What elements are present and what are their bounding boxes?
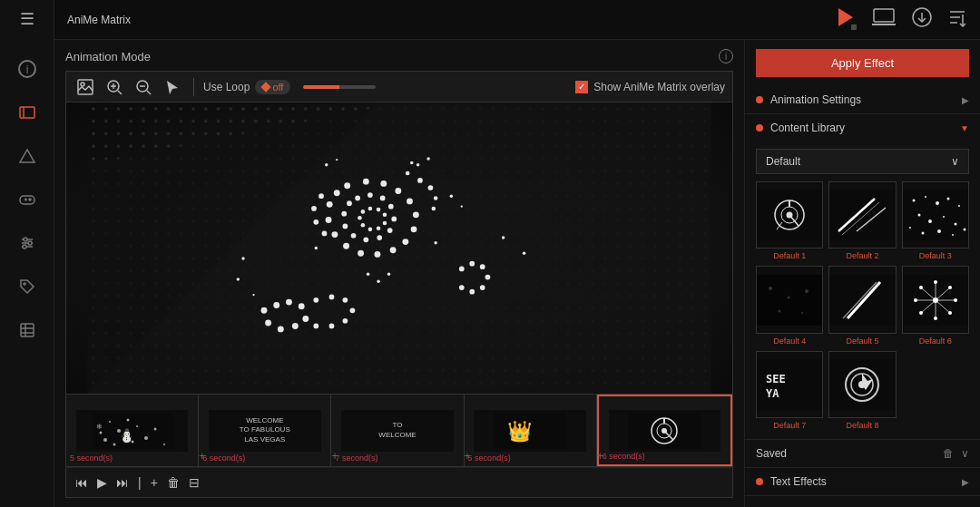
sidebar-item-triangle[interactable]: [11, 140, 44, 172]
zoom-out-button[interactable]: [132, 77, 155, 97]
svg-point-99: [273, 302, 279, 308]
sidebar-item-info[interactable]: i: [11, 53, 44, 85]
svg-rect-154: [829, 190, 895, 240]
svg-point-68: [343, 224, 348, 229]
svg-point-122: [523, 252, 525, 255]
svg-point-138: [109, 421, 111, 423]
header-device-icon[interactable]: [871, 7, 897, 32]
svg-point-59: [355, 196, 360, 201]
timeline-duration-3: 7 second(s): [335, 453, 377, 463]
svg-point-13: [28, 241, 32, 245]
svg-point-113: [459, 267, 465, 272]
svg-rect-21: [851, 24, 857, 30]
skip-forward-button[interactable]: ⏭: [116, 475, 129, 490]
show-overlay-control: ✓ Show AniMe Matrix overlay: [575, 81, 725, 93]
svg-point-191: [934, 280, 937, 284]
library-dropdown[interactable]: Default ∨: [756, 149, 969, 174]
settings-button[interactable]: ⊟: [189, 475, 200, 490]
svg-point-43: [344, 182, 350, 189]
header-tools-icon[interactable]: [947, 7, 967, 32]
delete-frame-button[interactable]: 🗑: [167, 475, 180, 490]
library-item-1[interactable]: Default 1: [756, 181, 823, 260]
timeline-thumb-1: ❄ ⛄: [76, 410, 188, 452]
svg-point-196: [919, 311, 923, 315]
svg-point-79: [358, 216, 362, 220]
svg-point-134: [136, 425, 138, 427]
svg-point-61: [380, 196, 386, 201]
timeline-item-5[interactable]: 6 second(s) +: [597, 395, 732, 466]
timeline-add-5[interactable]: +: [731, 448, 733, 461]
svg-point-126: [377, 279, 379, 282]
timeline-item-3[interactable]: TOWELCOME 7 second(s) +: [331, 395, 464, 466]
sidebar-item-anime[interactable]: [11, 96, 44, 129]
info-icon[interactable]: i: [719, 49, 733, 63]
svg-point-70: [347, 200, 352, 206]
svg-point-101: [299, 303, 305, 309]
svg-point-127: [387, 272, 390, 275]
svg-point-54: [343, 243, 349, 249]
svg-point-96: [315, 247, 318, 249]
animation-settings-header[interactable]: Animation Settings ▶: [745, 86, 980, 113]
svg-point-129: [103, 438, 107, 442]
text-effects-header[interactable]: Text Effects ▶: [745, 468, 980, 495]
library-item-6[interactable]: Default 6: [902, 266, 969, 345]
sidebar-item-settings[interactable]: [11, 227, 44, 259]
svg-point-131: [113, 443, 115, 445]
timeline-item-1[interactable]: ❄ ⛄ 5 second(s) +: [66, 395, 199, 466]
timeline-add-2[interactable]: +: [331, 450, 338, 463]
svg-point-48: [413, 211, 419, 218]
zoom-in-button[interactable]: [103, 77, 126, 97]
library-item-2[interactable]: Default 2: [828, 181, 896, 260]
content-library-section: Content Library ▼ Default ∨: [745, 114, 980, 468]
library-item-4[interactable]: Default 4: [756, 266, 823, 345]
svg-rect-173: [757, 275, 822, 326]
toggle-indicator: [261, 82, 271, 92]
playback-controls: ⏮ ▶ ⏭ | + 🗑 ⊟: [65, 467, 733, 498]
svg-point-71: [361, 210, 366, 214]
header-play-icon[interactable]: [831, 5, 857, 34]
header-download-icon[interactable]: [911, 6, 933, 33]
timeline-duration-2: 6 second(s): [202, 453, 245, 463]
saved-expand-icon[interactable]: ∨: [961, 447, 969, 460]
content-library-header[interactable]: Content Library ▼: [745, 114, 980, 141]
library-item-3[interactable]: Default 3: [902, 181, 969, 260]
timeline-item-2[interactable]: WELCOMETO FABULOUSLAS VEGAS 6 second(s) …: [199, 395, 331, 466]
svg-point-177: [779, 309, 781, 312]
canvas-area[interactable]: [65, 102, 733, 395]
library-item-5[interactable]: Default 5: [828, 266, 896, 345]
sidebar-item-tag[interactable]: [11, 270, 44, 303]
image-tool-button[interactable]: [74, 77, 97, 97]
svg-point-195: [934, 317, 937, 320]
delete-saved-icon[interactable]: 🗑: [943, 447, 954, 460]
svg-point-159: [912, 200, 915, 202]
apply-effect-button[interactable]: Apply Effect: [756, 49, 969, 77]
timeline-add-4[interactable]: +: [597, 450, 603, 463]
svg-point-65: [377, 235, 382, 240]
svg-point-81: [428, 185, 434, 190]
hamburger-icon[interactable]: ☰: [20, 9, 34, 29]
library-item-label-1: Default 1: [773, 251, 806, 260]
library-item-8[interactable]: Default 8: [828, 351, 896, 430]
svg-text:⛄: ⛄: [119, 428, 135, 444]
loop-toggle[interactable]: off: [255, 80, 290, 94]
cursor-button[interactable]: [161, 77, 184, 97]
skip-back-button[interactable]: ⏮: [75, 475, 88, 490]
speed-slider[interactable]: [303, 85, 376, 89]
timeline-item-4[interactable]: 👑 5 second(s) +: [465, 395, 597, 466]
svg-point-62: [388, 204, 394, 210]
overlay-checkbox[interactable]: ✓: [575, 81, 588, 93]
svg-point-139: [126, 418, 129, 421]
timeline-add-1[interactable]: +: [199, 450, 205, 463]
timeline-duration-5: 6 second(s): [603, 452, 645, 461]
sidebar-item-library[interactable]: [11, 314, 44, 346]
library-item-label-2: Default 2: [846, 251, 878, 260]
sidebar-item-gamepad[interactable]: [11, 183, 44, 216]
library-item-label-8: Default 8: [846, 421, 878, 430]
play-button[interactable]: ▶: [97, 475, 107, 490]
svg-point-110: [343, 318, 348, 324]
library-item-7[interactable]: SEE YA Default 7: [756, 351, 823, 430]
timeline-add-3[interactable]: +: [465, 450, 471, 463]
add-frame-button[interactable]: +: [151, 475, 158, 490]
svg-point-109: [350, 307, 356, 313]
svg-point-163: [958, 205, 960, 207]
